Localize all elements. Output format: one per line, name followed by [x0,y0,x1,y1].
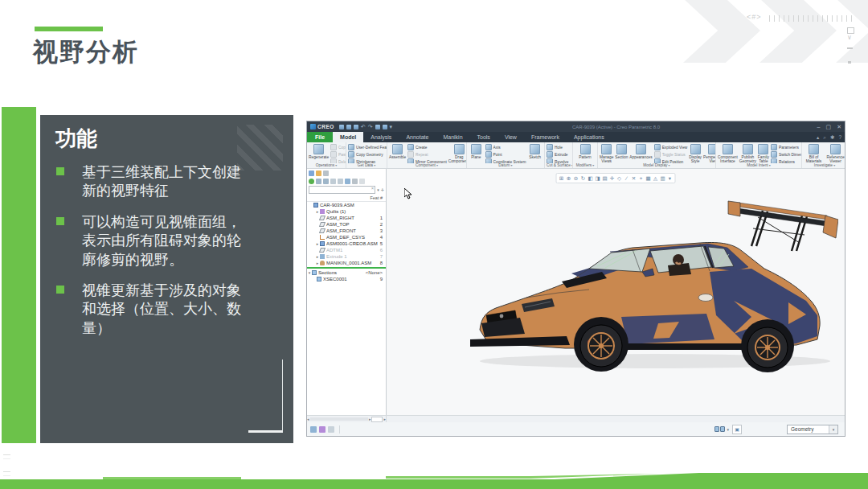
new-file-icon[interactable] [339,125,344,129]
scroll-right-icon[interactable]: ▸ [383,417,386,421]
tab-annotate[interactable]: Annotate [399,132,436,142]
shading-icon[interactable]: ◧ [588,175,594,182]
more-commands-icon[interactable]: ▾ [390,124,393,129]
annotation-display-icon[interactable]: ▦ [645,175,652,182]
redo-icon[interactable]: ↷ [368,124,373,129]
search-binoculars-icon[interactable] [714,426,725,432]
repaint-icon[interactable]: ↻ [580,175,587,182]
zoom-in-icon[interactable]: ⊕ [566,175,572,182]
tab-tools[interactable]: Tools [470,132,497,142]
help-icon[interactable]: ? [838,134,841,140]
save-icon[interactable] [354,125,358,129]
minimize-ribbon-icon[interactable]: ▴ [817,134,819,141]
group-label[interactable]: Investigate [802,163,845,168]
select-items-icon[interactable] [310,426,317,433]
plane-button[interactable]: Plane [469,144,484,159]
maximize-button[interactable]: ▢ [826,123,832,130]
reference-viewer-button[interactable]: Reference Viewer [825,144,845,163]
copy-geometry-button[interactable]: Copy Geometry [348,151,387,158]
tree-item-manikin-0001-asm[interactable]: ▸MANIKIN_0001.ASM8 [307,260,386,266]
paste-button[interactable]: Paste [330,151,346,158]
family-table-button[interactable]: Family Table [758,144,769,163]
tree-item-car-9039-asm[interactable]: CAR-9039.ASM [307,202,386,208]
favorites-icon[interactable] [323,171,329,176]
zoom-out-icon[interactable]: ⊖ [573,175,579,182]
search-icon[interactable]: ⌕ [823,134,826,141]
tab-file[interactable]: File [307,132,333,142]
group-label[interactable]: Modifiers [573,163,597,168]
display-style-icon[interactable]: ◨ [595,175,601,182]
axis-display-icon[interactable]: ∕ [624,175,630,182]
refit-icon[interactable]: ⊞ [559,175,565,182]
tree-item-sections[interactable]: ▾ Sections <None> [307,269,386,276]
axis-button[interactable]: Axis [485,144,526,150]
switch-dimensions-button[interactable]: Switch Dimensions [771,151,801,158]
close-button[interactable]: ✕ [837,123,841,130]
group-label[interactable]: Get Data [346,163,387,168]
hole-button[interactable]: Hole [547,144,568,150]
tree-columns-icon[interactable] [323,179,329,184]
tree-item-asm-front[interactable]: ASM_FRONT3 [307,228,386,234]
toggle-status-button[interactable]: Toggle Status [654,151,688,158]
tree-item-asm-top[interactable]: ASM_TOP2 [307,221,386,228]
group-label[interactable]: Model Display [598,163,715,168]
tree-item-extrude-1[interactable]: ▸Extrude 17 [307,253,386,260]
selection-filter-select[interactable]: Geometry ▾ [787,425,838,434]
group-label[interactable]: Operations [307,163,346,168]
tree-item-asm-right[interactable]: ASM_RIGHT1 [307,215,386,221]
search-dropdown-icon[interactable]: ▾ [727,427,729,432]
tab-analysis[interactable]: Analysis [363,132,399,142]
tab-manikin[interactable]: Manikin [436,132,469,142]
group-label[interactable]: Model Intent [716,163,801,168]
regenerate-icon[interactable] [375,125,380,129]
expand-all-icon[interactable] [330,179,336,184]
splitter-box[interactable] [371,417,383,422]
scroll-track[interactable] [310,417,368,421]
regenerate-button[interactable]: Regenerate [309,144,329,159]
assemble-button[interactable]: Assemble [389,144,406,159]
drag-components-button[interactable]: Drag Components [448,144,466,163]
filter-options-icon[interactable]: ▾ [377,187,379,192]
find-icon[interactable] [319,426,326,433]
bill-of-materials-button[interactable]: Bill of Materials [804,144,824,163]
tree-item-asm0001-creo8-asm[interactable]: ▸ASM0001-CREO8.ASM5 [307,240,386,247]
show-icon[interactable] [309,179,314,184]
tree-item-quilts-1-[interactable]: ▸Quilts (1) [307,208,386,215]
scroll-left-icon[interactable]: ◂ [307,417,309,421]
component-interface-button[interactable]: Component Interface [718,144,738,163]
open-file-icon[interactable] [346,125,351,129]
parameters-button[interactable]: Parameters [771,144,801,150]
copy-button[interactable]: Copy [330,144,346,150]
user-defined-feature-button[interactable]: User-Defined Feature [348,144,387,150]
filter-add-icon[interactable]: ✛ [381,187,384,192]
point-button[interactable]: Point [485,151,526,158]
section-button[interactable]: Section [615,144,628,159]
highlight-geometry-icon[interactable] [345,179,350,184]
graphics-viewport[interactable]: ⊞⊕⊖↻◧◨▤✛◇∕✕⌖▦◬▥▾ [387,169,845,415]
datum-display-filters-icon[interactable]: ✛ [609,175,616,182]
settings-icon[interactable] [352,179,358,184]
group-label[interactable]: Datum [467,163,544,168]
manage-views-button[interactable]: Manage Views [600,144,613,163]
search-icon[interactable] [359,179,365,184]
undo-icon[interactable]: ↶ [361,124,366,129]
minimize-button[interactable]: – [817,123,821,130]
tab-framework[interactable]: Framework [524,132,567,142]
display-style-button[interactable]: Display Style [689,144,702,163]
csys-display-icon[interactable]: ⌖ [638,175,645,182]
view-options-icon[interactable]: ▾ [667,175,674,182]
publish-geometry-button[interactable]: Publish Geometry [739,144,756,163]
tab-model[interactable]: Model [333,132,363,142]
folder-browser-icon[interactable] [316,171,321,176]
notification-icon[interactable]: ▣ [732,425,742,434]
plane-display-icon[interactable]: ◇ [616,175,623,182]
perspective-icon[interactable]: ▥ [660,175,666,182]
pattern-button[interactable]: Pattern [575,144,596,159]
tree-filters-icon[interactable] [316,179,321,184]
tab-view[interactable]: View [497,132,524,142]
extrude-button[interactable]: Extrude [547,151,568,158]
model-tree-icon[interactable] [309,171,314,176]
perspective-view-button[interactable]: Perspective View [703,144,715,163]
group-label[interactable]: Component [387,163,466,168]
saved-orientations-icon[interactable]: ▤ [602,175,608,182]
